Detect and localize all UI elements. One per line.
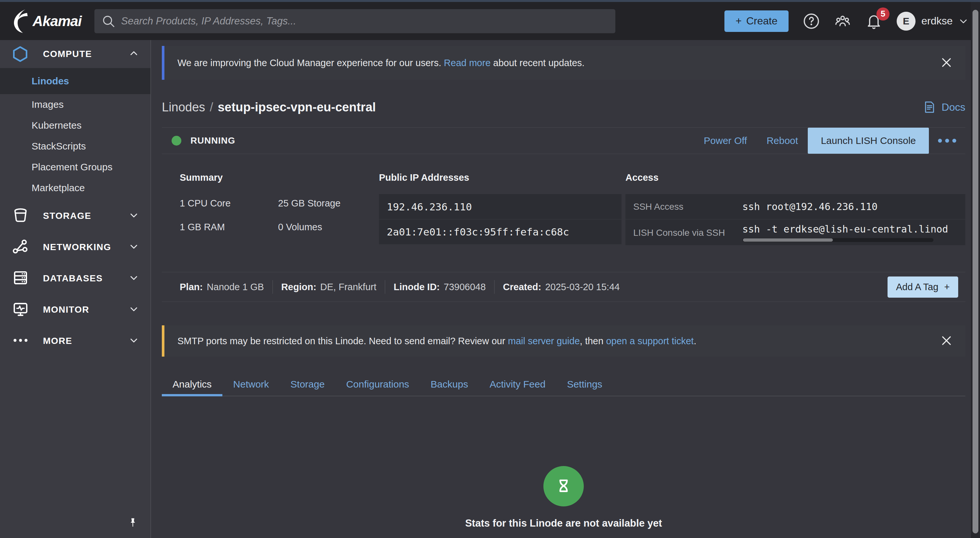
tab-settings[interactable]: Settings — [556, 373, 613, 396]
hourglass-badge — [543, 466, 584, 506]
chevron-down-icon — [129, 210, 139, 221]
power-off-button[interactable]: Power Off — [694, 128, 757, 154]
region-detail: Region: DE, Frankfurt — [281, 282, 376, 293]
linode-actions: Power Off Reboot Launch LISH Console — [694, 128, 965, 154]
akamai-swoosh-icon — [12, 9, 30, 33]
sidebar-collapsed-sections: STORAGE NETWORKING DATABASES — [0, 200, 150, 357]
sidebar: COMPUTE Linodes Images Kubernetes StackS… — [0, 40, 151, 538]
logo-wordmark: Akamai — [33, 13, 82, 29]
networking-nodes-icon — [12, 238, 29, 256]
docs-link[interactable]: Docs — [923, 100, 965, 114]
akamai-logo[interactable]: Akamai — [12, 9, 83, 33]
sidebar-section-compute[interactable]: COMPUTE — [0, 40, 150, 68]
sidebar-item-stackscripts[interactable]: StackScripts — [0, 136, 150, 157]
pushpin-icon — [127, 517, 139, 528]
ssh-access-row: SSH Access ssh root@192.46.236.110 — [625, 194, 965, 219]
sidebar-item-images[interactable]: Images — [0, 94, 150, 115]
linode-id-detail: Linode ID: 73906048 — [394, 282, 486, 293]
breadcrumb-linodes-link[interactable]: Linodes — [162, 100, 205, 114]
status-badge: RUNNING — [191, 135, 235, 146]
tab-network[interactable]: Network — [223, 373, 280, 396]
more-dots-icon — [12, 331, 29, 350]
reboot-button[interactable]: Reboot — [757, 128, 808, 154]
topbar: Akamai + Create — [0, 2, 980, 40]
create-button[interactable]: + Create — [724, 10, 789, 32]
avatar: E — [897, 12, 916, 30]
databases-server-icon — [12, 269, 29, 288]
tab-activity-feed[interactable]: Activity Feed — [479, 373, 557, 396]
vertical-scrollbar — [971, 2, 980, 538]
notification-badge: 5 — [877, 8, 889, 21]
open-support-ticket-link[interactable]: open a support ticket — [606, 336, 694, 346]
sidebar-item-marketplace[interactable]: Marketplace — [0, 177, 150, 198]
search-input[interactable] — [121, 15, 608, 27]
dismiss-smtp-banner-button[interactable] — [940, 334, 953, 348]
access-column: Access SSH Access ssh root@192.46.236.11… — [625, 172, 965, 245]
more-actions-icon — [938, 139, 942, 143]
sidebar-section-monitor[interactable]: MONITOR — [0, 294, 150, 325]
chevron-up-icon — [129, 49, 139, 60]
community-button[interactable] — [834, 13, 851, 30]
summary-column: Summary 1 CPU Core 25 GB Storage 1 GB RA… — [180, 172, 379, 245]
community-icon — [834, 13, 851, 30]
user-menu[interactable]: E erdkse — [897, 12, 968, 30]
empty-state-title: Stats for this Linode are not available … — [162, 517, 965, 529]
spec-ram: 1 GB RAM — [180, 222, 278, 232]
lish-console-row: LISH Console via SSH ssh -t erdkse@lish-… — [625, 219, 965, 245]
user-name: erdkse — [921, 15, 953, 27]
chevron-down-icon — [129, 336, 139, 347]
sidebar-section-more[interactable]: MORE — [0, 325, 150, 357]
tab-configurations[interactable]: Configurations — [335, 373, 420, 396]
docs-icon — [923, 100, 936, 114]
close-icon — [940, 334, 953, 347]
sidebar-section-storage[interactable]: STORAGE — [0, 200, 150, 232]
analytics-panel: Stats for this Linode are not available … — [162, 466, 965, 538]
linode-detail-tabs: Analytics Network Storage Configurations… — [162, 373, 965, 396]
lish-console-label: LISH Console via SSH — [625, 228, 742, 238]
notifications-button[interactable]: 5 — [865, 13, 882, 30]
read-more-link[interactable]: Read more — [444, 58, 490, 68]
launch-lish-console-button[interactable]: Launch LISH Console — [808, 128, 929, 154]
sidebar-section-databases[interactable]: DATABASES — [0, 263, 150, 294]
sidebar-item-kubernetes[interactable]: Kubernetes — [0, 115, 150, 136]
spec-grid: 1 CPU Core 25 GB Storage 1 GB RAM 0 Volu… — [180, 198, 379, 232]
help-button[interactable] — [803, 13, 820, 30]
plus-icon: + — [944, 282, 950, 293]
chevron-down-icon — [129, 273, 139, 284]
linode-summary-card: RUNNING Power Off Reboot Launch LISH Con… — [162, 127, 965, 302]
close-icon — [940, 56, 953, 69]
created-detail: Created: 2025-03-20 15:44 — [503, 282, 620, 293]
lish-console-command: ssh -t erdkse@lish-eu-central.linod — [742, 223, 959, 235]
add-a-tag-button[interactable]: Add A Tag + — [888, 277, 958, 298]
spec-volumes: 0 Volumes — [278, 222, 379, 232]
ssh-access-label: SSH Access — [625, 202, 742, 212]
sidebar-section-networking[interactable]: NETWORKING — [0, 232, 150, 263]
public-ips-title: Public IP Addresses — [379, 172, 625, 183]
summary-title: Summary — [180, 172, 379, 183]
hourglass-icon — [554, 476, 574, 496]
horizontal-scrollbar — [742, 238, 934, 242]
search-icon — [102, 14, 115, 28]
chevron-down-icon — [129, 242, 139, 253]
public-ips-column: Public IP Addresses 192.46.236.110 2a01:… — [379, 172, 625, 245]
pin-sidebar-button[interactable] — [127, 517, 139, 530]
tab-backups[interactable]: Backups — [420, 373, 479, 396]
tab-storage[interactable]: Storage — [280, 373, 335, 396]
sidebar-item-linodes[interactable]: Linodes — [0, 68, 150, 94]
sidebar-item-placement-groups[interactable]: Placement Groups — [0, 157, 150, 177]
dismiss-banner-button[interactable] — [940, 56, 953, 70]
ip-address-list: 192.46.236.110 2a01:7e01::f03c:95ff:fefa… — [379, 194, 622, 244]
compute-hexagon-icon — [12, 46, 29, 62]
divider — [494, 280, 495, 294]
storage-bucket-icon — [12, 207, 29, 225]
banner-text: We are improving the Cloud Manager exper… — [177, 58, 584, 68]
tab-analytics[interactable]: Analytics — [162, 373, 223, 396]
vertical-scrollbar-thumb[interactable] — [972, 10, 978, 533]
mail-server-guide-link[interactable]: mail server guide — [508, 336, 580, 346]
access-title: Access — [625, 172, 965, 183]
linode-details-bar: Plan: Nanode 1 GB Region: DE, Frankfurt … — [162, 272, 965, 302]
monitor-pulse-icon — [12, 300, 29, 319]
horizontal-scrollbar-thumb[interactable] — [743, 239, 833, 242]
more-actions-button[interactable] — [929, 139, 965, 143]
breadcrumb-separator: / — [210, 100, 213, 114]
